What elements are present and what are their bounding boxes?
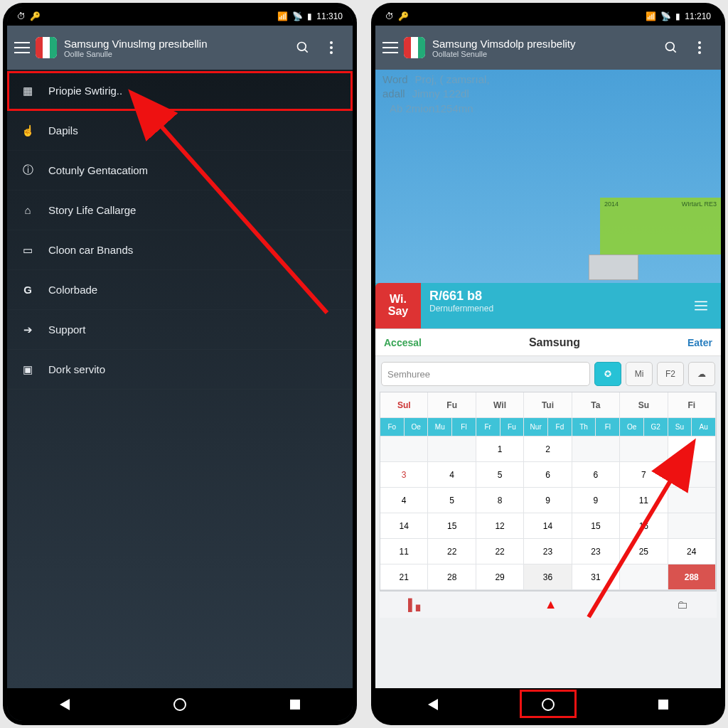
cal-day[interactable]: 11 [620, 488, 668, 513]
cal-day[interactable]: 6 [572, 462, 620, 488]
nav-home[interactable] [170, 695, 190, 714]
menu-label: Dapils [48, 124, 78, 136]
cal-day[interactable]: 3 [380, 462, 428, 488]
widget-grey [589, 255, 638, 280]
nav-recent[interactable] [653, 695, 673, 714]
menu-item-support[interactable]: ➔ Support [7, 310, 353, 350]
cal-subdow: Oe [620, 418, 644, 437]
menu-item-priopie[interactable]: ▦ Priopie Swtirig.. [7, 71, 353, 111]
cal-day[interactable]: 8 [476, 488, 524, 513]
header-menu-button[interactable] [687, 283, 721, 328]
cal-day[interactable]: 14 [380, 513, 428, 539]
cal-day[interactable]: 288 [668, 564, 716, 590]
cal-day[interactable]: 23 [572, 539, 620, 564]
cal-subdow: Su [668, 418, 692, 437]
cal-day[interactable]: 29 [476, 564, 524, 590]
overflow-button[interactable] [317, 33, 346, 62]
btn-cloud[interactable]: ☁ [688, 362, 715, 386]
search-button[interactable] [289, 33, 317, 62]
cal-day [620, 564, 668, 590]
btn-mi[interactable]: Mi [626, 362, 653, 386]
panel-bottombar: ▌▖ ▲ 🗀 [380, 591, 717, 618]
status-time: 11:210 [685, 11, 711, 21]
nav-recent[interactable] [285, 695, 305, 714]
cal-day[interactable]: 9 [572, 488, 620, 513]
cal-day[interactable]: 11 [380, 539, 428, 564]
menu-label: Story Life Callarge [48, 204, 136, 216]
cal-day[interactable]: 6 [524, 462, 572, 488]
key-icon: 🔑 [30, 11, 41, 21]
cal-day[interactable]: 21 [380, 564, 428, 590]
cal-day [572, 437, 620, 462]
side-menu: ▦ Priopie Swtirig.. ☝ Dapils ⓘ Cotunly G… [7, 70, 353, 688]
menu-item-dapils[interactable]: ☝ Dapils [7, 111, 353, 151]
cal-day[interactable]: 23 [524, 539, 572, 564]
cal-day [428, 437, 476, 462]
cal-day[interactable]: 16 [620, 513, 668, 539]
lock-icon: ⏱ [17, 11, 26, 21]
cal-day[interactable]: 12 [476, 513, 524, 539]
cal-day[interactable]: 1 [476, 437, 524, 462]
cal-day[interactable]: 14 [524, 513, 572, 539]
cal-day[interactable]: 22 [428, 539, 476, 564]
cal-day[interactable]: 28 [428, 564, 476, 590]
cal-subdow: Oe [405, 418, 429, 437]
cal-day[interactable]: 4 [428, 462, 476, 488]
cal-day[interactable]: 24 [668, 539, 716, 564]
cal-dow: Tui [524, 392, 572, 418]
cal-day[interactable]: 15 [428, 513, 476, 539]
cal-subdow: Fu [500, 418, 525, 437]
cal-day[interactable]: 3 [668, 437, 716, 462]
phone-right: ⏱ 🔑 📶 📡 ▮ 11:210 Samsung Vimsdolp presıb… [371, 3, 725, 725]
nav-back[interactable] [423, 695, 443, 714]
signal-icon: 📶 [646, 11, 656, 21]
btn-f2[interactable]: F2 [657, 362, 684, 386]
cal-day[interactable]: 31 [572, 564, 620, 590]
svg-line-1 [305, 50, 308, 53]
folder-icon[interactable]: 🗀 [677, 599, 688, 611]
cal-day[interactable]: 25 [620, 539, 668, 564]
menu-item-cotunly[interactable]: ⓘ Cotunly Gentacatiom [7, 151, 353, 191]
status-bar: ⏱ 🔑 📶 📡 ▮ 11:210 [375, 7, 721, 26]
cal-day[interactable]: 4 [380, 488, 428, 513]
menu-item-dork[interactable]: ▣ Dork servito [7, 350, 353, 390]
cal-day[interactable]: 22 [476, 539, 524, 564]
cal-day[interactable]: 36 [524, 564, 572, 590]
battery-icon: ▮ [307, 11, 312, 21]
cal-day [668, 488, 716, 513]
toolbar: Semhuree ✪ Mi F2 ☁ [375, 356, 721, 392]
flag-icon[interactable]: ▌▖ [408, 598, 424, 611]
annotation-box [520, 690, 577, 718]
briefcase-icon: ▣ [20, 362, 36, 378]
search-button[interactable] [657, 33, 685, 62]
svg-point-3 [666, 43, 675, 51]
cal-day[interactable]: 2 [524, 437, 572, 462]
app-logo [404, 37, 425, 58]
up-arrow-icon[interactable]: ▲ [545, 597, 557, 612]
nav-back[interactable] [55, 695, 75, 714]
cal-day[interactable]: 9 [524, 488, 572, 513]
menu-icon[interactable] [14, 42, 30, 53]
menu-icon[interactable] [382, 42, 398, 53]
home-icon: ⌂ [20, 203, 36, 218]
cal-day[interactable]: 5 [428, 488, 476, 513]
cal-subdow: Th [572, 418, 596, 437]
cal-dow: Ta [572, 392, 620, 418]
cal-day[interactable]: 15 [572, 513, 620, 539]
overflow-button[interactable] [685, 33, 714, 62]
menu-label: Cloon car Bnands [48, 244, 133, 256]
menu-item-story[interactable]: ⌂ Story Life Callarge [7, 191, 353, 230]
tab-accesal[interactable]: Accesal [384, 337, 422, 348]
header-code: R/661 b8 [429, 289, 678, 304]
search-input[interactable]: Semhuree [381, 362, 590, 386]
tab-eater[interactable]: Eater [687, 337, 712, 348]
cal-day[interactable]: 7 [620, 462, 668, 488]
go-button[interactable]: ✪ [594, 362, 621, 386]
app-title: Samsung Vinuslmg presıbellin [64, 38, 289, 50]
cal-subdow: Fo [380, 418, 405, 437]
cal-subheader-row: FoOeMuFlFrFuNurFdThFlOeG2SuAu [380, 418, 716, 437]
cal-day[interactable]: 5 [476, 462, 524, 488]
calendar-panel: Accesal Samsung Eater Semhuree ✪ Mi F2 ☁… [375, 328, 721, 688]
menu-item-colorbade[interactable]: G Colorbade [7, 270, 353, 310]
menu-item-cloon[interactable]: ▭ Cloon car Bnands [7, 230, 353, 270]
